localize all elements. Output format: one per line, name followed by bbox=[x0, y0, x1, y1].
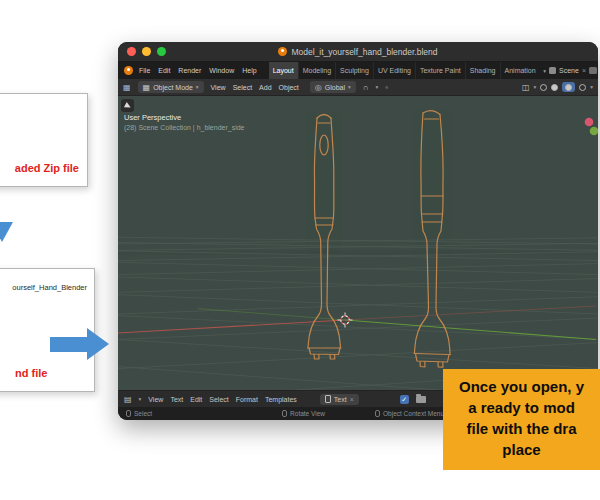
tab-sculpting[interactable]: Sculpting bbox=[336, 62, 374, 79]
material-shading-selected[interactable] bbox=[562, 82, 575, 92]
close-window-icon[interactable] bbox=[127, 47, 136, 56]
chevron-down-icon: ▾ bbox=[543, 68, 546, 74]
menu-help[interactable]: Help bbox=[242, 67, 256, 74]
wireframe-shading-icon[interactable] bbox=[540, 84, 547, 91]
zip-card-label: aded Zip file bbox=[15, 162, 79, 174]
view-perspective-label: User Perspective bbox=[124, 113, 181, 122]
flow-arrow-down-icon bbox=[0, 222, 13, 242]
menu-edit[interactable]: Edit bbox=[158, 67, 170, 74]
status-hint-label: Select bbox=[134, 410, 152, 417]
traffic-lights bbox=[118, 47, 166, 56]
mouse-middle-icon bbox=[282, 410, 287, 417]
menu-file[interactable]: File bbox=[139, 67, 150, 74]
text-file-icon bbox=[325, 395, 331, 403]
tab-texture-paint[interactable]: Texture Paint bbox=[416, 62, 466, 79]
mode-dropdown[interactable]: ▦ Object Mode ▾ bbox=[138, 81, 204, 93]
mouse-right-icon bbox=[375, 410, 380, 417]
tab-animation[interactable]: Animation bbox=[501, 62, 539, 79]
blender-logo-icon bbox=[278, 47, 287, 56]
scene-selector[interactable]: ▾ Scene × bbox=[538, 67, 592, 74]
blend-card-label: nd file bbox=[15, 367, 47, 379]
text-editor-type-icon[interactable]: ▤ bbox=[124, 395, 132, 404]
text-datablock-label: Text bbox=[334, 396, 347, 403]
flow-arrow-right-icon bbox=[50, 328, 110, 362]
text-menu-format[interactable]: Format bbox=[236, 396, 258, 403]
editor-type-icon[interactable]: ▦ bbox=[123, 83, 131, 92]
tab-uv-editing[interactable]: UV Editing bbox=[374, 62, 416, 79]
x-axis-line-far bbox=[345, 306, 596, 320]
material-shading-icon bbox=[565, 84, 572, 91]
menu-window[interactable]: Window bbox=[209, 67, 234, 74]
solid-shading-icon[interactable] bbox=[551, 84, 558, 91]
scene-name: Scene bbox=[559, 67, 579, 74]
viewport-menu-select[interactable]: Select bbox=[233, 84, 252, 91]
arrow-shaft bbox=[50, 337, 87, 352]
register-checkbox[interactable]: ✓ bbox=[400, 395, 409, 404]
mode-label: Object Mode bbox=[153, 84, 193, 91]
hand-blender-right[interactable] bbox=[414, 111, 451, 368]
view-layer-icon bbox=[589, 67, 597, 74]
scene-icon bbox=[549, 67, 556, 74]
text-datablock-dropdown[interactable]: Text × bbox=[320, 394, 359, 405]
unlink-text-icon[interactable]: × bbox=[350, 396, 354, 403]
chevron-down-icon: ▾ bbox=[139, 396, 142, 402]
zoom-window-icon[interactable] bbox=[157, 47, 166, 56]
arrow-head bbox=[87, 328, 109, 360]
callout-line: a ready to mod bbox=[443, 397, 600, 418]
chevron-down-icon: ▾ bbox=[533, 84, 536, 90]
overlays-icon[interactable]: ◫ bbox=[522, 83, 530, 92]
y-axis-line bbox=[345, 320, 596, 340]
unlink-scene-icon[interactable]: × bbox=[582, 67, 586, 74]
callout-line: file with the dra bbox=[443, 418, 600, 439]
menu-render[interactable]: Render bbox=[178, 67, 201, 74]
mouse-left-icon bbox=[126, 410, 131, 417]
viewport-3d[interactable]: User Perspective (28) Scene Collection |… bbox=[118, 96, 598, 390]
chevron-down-icon: ▾ bbox=[590, 84, 593, 90]
viewport-menu-object[interactable]: Object bbox=[279, 84, 299, 91]
blender-window: Model_it_yourself_hand_blender.blend Fil… bbox=[118, 42, 598, 420]
viewport-menu-view[interactable]: View bbox=[211, 84, 226, 91]
shading-controls: ◫ ▾ ▾ bbox=[522, 82, 593, 92]
blender-menu-icon[interactable] bbox=[124, 66, 133, 75]
callout-line: Once you open, y bbox=[443, 376, 600, 397]
text-menu-edit[interactable]: Edit bbox=[190, 396, 202, 403]
tab-layout[interactable]: Layout bbox=[269, 62, 299, 79]
text-menu-templates[interactable]: Templates bbox=[265, 396, 297, 403]
chevron-down-icon: ▾ bbox=[196, 84, 199, 90]
y-axis-line-far bbox=[198, 309, 345, 320]
navigation-gizmo[interactable] bbox=[585, 118, 598, 136]
status-hint-context: Object Context Menu bbox=[375, 410, 444, 417]
text-menu-view[interactable]: View bbox=[148, 396, 163, 403]
window-title-wrap: Model_it_yourself_hand_blender.blend bbox=[118, 47, 598, 57]
top-bar: File Edit Render Window Help Layout Mode… bbox=[118, 62, 598, 79]
tab-modeling[interactable]: Modeling bbox=[299, 62, 336, 79]
select-tool-button[interactable] bbox=[121, 99, 134, 112]
minimize-window-icon[interactable] bbox=[142, 47, 151, 56]
floor-grid bbox=[118, 237, 598, 390]
cursor-arrow-icon bbox=[123, 101, 131, 109]
collection-breadcrumb: (28) Scene Collection | h_blender_side bbox=[124, 124, 245, 131]
tab-shading[interactable]: Shading bbox=[466, 62, 501, 79]
orientation-label: Global bbox=[325, 84, 345, 91]
chevron-down-icon: ▾ bbox=[348, 84, 351, 90]
status-hint-label: Rotate View bbox=[290, 410, 325, 417]
zip-file-card: aded Zip file bbox=[0, 93, 88, 187]
text-menu-select[interactable]: Select bbox=[209, 396, 228, 403]
page: aded Zip file ourself_Hand_Blender nd fi… bbox=[0, 0, 600, 500]
chevron-down-icon: ▾ bbox=[376, 84, 379, 90]
viewport-header: ▦ ▦ Object Mode ▾ View Select Add Object… bbox=[118, 79, 598, 96]
proportional-editing-icon[interactable]: ◦ bbox=[385, 83, 388, 92]
rendered-shading-icon[interactable] bbox=[579, 84, 586, 91]
status-hint-label: Object Context Menu bbox=[383, 410, 444, 417]
viewport-menu-add[interactable]: Add bbox=[259, 84, 271, 91]
status-hint-rotate: Rotate View bbox=[282, 410, 325, 417]
text-menu-text[interactable]: Text bbox=[170, 396, 183, 403]
globe-icon: ◎ bbox=[315, 83, 322, 92]
callout-line: place bbox=[443, 439, 600, 460]
title-bar[interactable]: Model_it_yourself_hand_blender.blend bbox=[118, 42, 598, 62]
callout-note: Once you open, y a ready to mod file wit… bbox=[443, 369, 600, 470]
open-file-icon[interactable] bbox=[416, 396, 426, 403]
orientation-dropdown[interactable]: ◎ Global ▾ bbox=[310, 81, 356, 93]
snap-magnet-icon[interactable]: ∩ bbox=[363, 83, 369, 92]
viewport-canvas bbox=[118, 96, 598, 390]
